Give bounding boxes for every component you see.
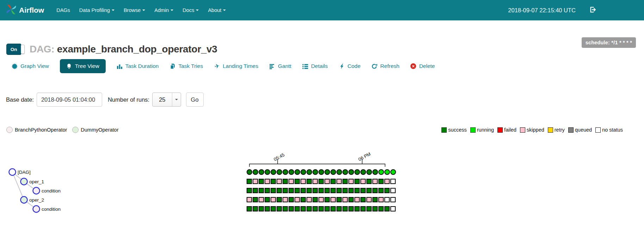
dag-run-circle-success[interactable] [348, 169, 354, 175]
tree-node-condition-2[interactable] [33, 206, 40, 213]
task-instance-square-success[interactable] [360, 197, 366, 202]
task-instance-square-success[interactable] [277, 197, 282, 202]
nav-item-admin[interactable]: Admin [150, 7, 178, 13]
task-instance-square-success[interactable] [330, 188, 336, 193]
task-instance-square-skipped[interactable] [330, 197, 336, 202]
task-instance-square-success[interactable] [289, 206, 294, 211]
dag-run-circle-running[interactable] [390, 169, 396, 175]
task-instance-square-success[interactable] [366, 188, 372, 193]
dag-run-circle-success[interactable] [330, 169, 336, 175]
task-instance-square-success[interactable] [324, 206, 330, 211]
dag-run-circle-success[interactable] [271, 169, 276, 175]
task-instance-square-success[interactable] [271, 206, 276, 211]
dag-run-circle-success[interactable] [342, 169, 348, 175]
task-instance-square-success[interactable] [366, 179, 372, 184]
task-instance-square-skipped[interactable] [348, 179, 354, 184]
task-instance-square-skipped[interactable] [283, 197, 288, 202]
task-instance-square-success[interactable] [253, 206, 258, 211]
dag-run-circle-success[interactable] [366, 169, 372, 175]
task-instance-square-no_status[interactable] [390, 188, 396, 193]
dag-run-circle-running[interactable] [384, 169, 390, 175]
task-instance-square-success[interactable] [378, 206, 384, 211]
task-instance-square-success[interactable] [265, 188, 270, 193]
task-instance-square-success[interactable] [318, 188, 324, 193]
task-instance-square-skipped[interactable] [277, 179, 282, 184]
task-instance-square-no_status[interactable] [390, 206, 396, 211]
task-instance-square-success[interactable] [354, 206, 360, 211]
nav-item-docs[interactable]: Docs [178, 7, 203, 13]
dag-run-circle-running[interactable] [378, 169, 384, 175]
task-instance-square-skipped[interactable] [306, 197, 312, 202]
dag-run-circle-success[interactable] [306, 169, 312, 175]
task-instance-square-success[interactable] [336, 197, 342, 202]
task-instance-square-skipped[interactable] [372, 179, 378, 184]
task-instance-square-success[interactable] [384, 188, 390, 193]
dag-run-circle-success[interactable] [324, 169, 330, 175]
task-instance-square-success[interactable] [289, 197, 294, 202]
dag-run-circle-success[interactable] [253, 169, 258, 175]
task-instance-square-skipped[interactable] [271, 197, 276, 202]
task-instance-square-skipped[interactable] [318, 197, 324, 202]
task-instance-square-success[interactable] [283, 179, 288, 184]
task-instance-square-success[interactable] [295, 206, 300, 211]
dag-run-circle-success[interactable] [336, 169, 342, 175]
task-instance-square-success[interactable] [283, 206, 288, 211]
task-instance-square-skipped[interactable] [354, 197, 360, 202]
tree-node-oper-1[interactable] [21, 178, 27, 185]
nav-item-browse[interactable]: Browse [119, 7, 150, 13]
dag-run-circle-success[interactable] [354, 169, 360, 175]
task-instance-square-success[interactable] [384, 206, 390, 211]
task-instance-square-success[interactable] [265, 206, 270, 211]
dag-run-circle-success[interactable] [289, 169, 294, 175]
task-instance-square-skipped[interactable] [259, 197, 264, 202]
dag-run-circle-success[interactable] [301, 169, 306, 175]
task-instance-square-skipped[interactable] [253, 179, 258, 184]
task-instance-square-success[interactable] [354, 188, 360, 193]
task-instance-square-success[interactable] [253, 188, 258, 193]
task-instance-square-success[interactable] [372, 206, 378, 211]
task-instance-square-success[interactable] [312, 206, 318, 211]
task-instance-square-success[interactable] [336, 206, 342, 211]
task-instance-square-success[interactable] [348, 206, 354, 211]
tree-node-condition-1[interactable] [33, 188, 40, 194]
dag-run-circle-success[interactable] [265, 169, 270, 175]
tab-code[interactable]: Code [339, 59, 360, 73]
task-instance-square-success[interactable] [301, 197, 306, 202]
task-instance-square-skipped[interactable] [360, 179, 366, 184]
dag-run-circle-success[interactable] [312, 169, 318, 175]
num-runs-select[interactable]: 25 [152, 93, 181, 107]
task-instance-square-success[interactable] [271, 188, 276, 193]
tab-delete[interactable]: ✕Delete [410, 59, 435, 73]
task-instance-square-skipped[interactable] [342, 197, 348, 202]
base-date-input[interactable] [37, 93, 102, 107]
task-instance-square-success[interactable] [342, 188, 348, 193]
task-instance-square-success[interactable] [301, 206, 306, 211]
task-instance-square-success[interactable] [342, 179, 348, 184]
task-instance-square-success[interactable] [312, 197, 318, 202]
tab-refresh[interactable]: Refresh [371, 59, 399, 73]
task-instance-square-skipped[interactable] [301, 179, 306, 184]
dag-run-circle-success[interactable] [318, 169, 324, 175]
task-instance-square-skipped[interactable] [265, 179, 270, 184]
task-instance-square-skipped[interactable] [384, 179, 390, 184]
tab-graph-view[interactable]: Graph View [12, 59, 49, 73]
task-instance-square-success[interactable] [372, 197, 378, 202]
task-instance-square-success[interactable] [330, 206, 336, 211]
task-instance-square-success[interactable] [295, 179, 300, 184]
task-instance-square-success[interactable] [330, 179, 336, 184]
task-instance-square-skipped[interactable] [289, 179, 294, 184]
task-instance-square-skipped[interactable] [336, 179, 342, 184]
dag-run-circle-success[interactable] [259, 169, 264, 175]
go-button[interactable]: Go [186, 93, 204, 107]
task-instance-square-success[interactable] [247, 179, 252, 184]
task-instance-square-success[interactable] [306, 188, 312, 193]
dag-run-circle-success[interactable] [295, 169, 300, 175]
task-instance-square-success[interactable] [318, 179, 324, 184]
task-instance-square-success[interactable] [348, 188, 354, 193]
dag-run-circle-success[interactable] [360, 169, 366, 175]
task-instance-square-success[interactable] [306, 179, 312, 184]
task-instance-square-success[interactable] [342, 206, 348, 211]
task-instance-square-success[interactable] [372, 188, 378, 193]
dag-run-circle-success[interactable] [247, 169, 252, 175]
task-instance-square-success[interactable] [312, 188, 318, 193]
